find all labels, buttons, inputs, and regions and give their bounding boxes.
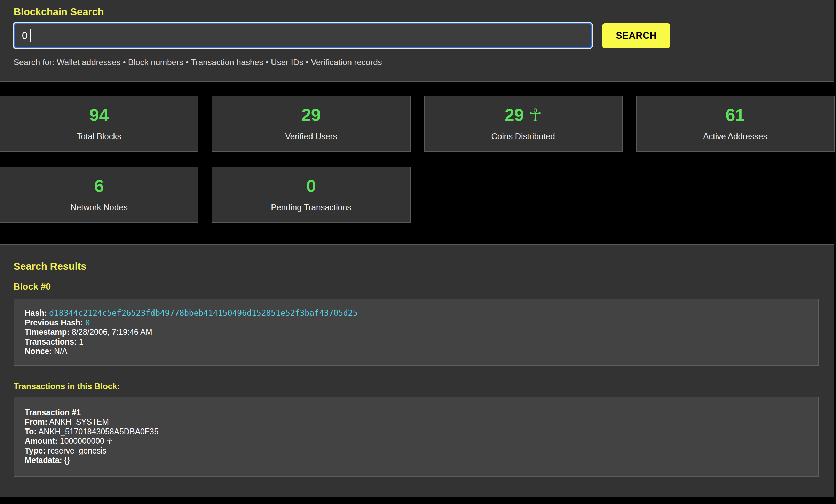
stat-value: 6 — [94, 178, 104, 195]
block-hash-row: Hash: d18344c2124c5ef26523fdb49778bbeb41… — [25, 308, 808, 318]
tx-count-value: 1 — [79, 337, 84, 346]
stats-grid: 94 Total Blocks 29 Verified Users 29 ☥ C… — [0, 96, 835, 223]
search-panel: Blockchain Search SEARCH Search for: Wal… — [0, 0, 834, 82]
block-prev-hash-row: Previous Hash: 0 — [25, 318, 808, 328]
timestamp-value: 8/28/2006, 7:19:46 AM — [72, 328, 152, 337]
transaction-type-row: Type: reserve_genesis — [25, 446, 808, 456]
stat-card-verified-users: 29 Verified Users — [212, 96, 410, 152]
timestamp-label: Timestamp: — [25, 328, 70, 337]
stat-label: Verified Users — [285, 132, 337, 141]
stat-label: Coins Distributed — [491, 132, 555, 141]
stat-card-pending-transactions: 0 Pending Transactions — [212, 167, 410, 223]
to-value: ANKH_51701843058A5DBA0F35 — [38, 427, 158, 436]
hash-value: d18344c2124c5ef26523fdb49778bbeb41415049… — [49, 308, 357, 317]
stat-card-coins-distributed: 29 ☥ Coins Distributed — [424, 96, 623, 152]
transaction-title: Transaction #1 — [25, 408, 808, 418]
transaction-from-row: From: ANKH_SYSTEM — [25, 417, 808, 427]
stat-label: Total Blocks — [77, 132, 121, 141]
stat-value: 29 — [301, 107, 321, 124]
hash-label: Hash: — [25, 308, 47, 317]
search-hint: Search for: Wallet addresses • Block num… — [14, 57, 820, 67]
amount-label: Amount: — [25, 436, 58, 446]
stat-card-network-nodes: 6 Network Nodes — [0, 167, 198, 223]
type-label: Type: — [25, 446, 46, 455]
page-title: Blockchain Search — [14, 6, 820, 18]
search-results-panel: Search Results Block #0 Hash: d18344c212… — [0, 244, 834, 497]
block-timestamp-row: Timestamp: 8/28/2006, 7:19:46 AM — [25, 328, 808, 337]
to-label: To: — [25, 427, 37, 436]
stat-value: 94 — [89, 107, 109, 124]
stat-label: Network Nodes — [71, 203, 128, 212]
search-button[interactable]: SEARCH — [602, 23, 670, 48]
transaction-to-row: To: ANKH_51701843058A5DBA0F35 — [25, 427, 808, 437]
nonce-value: N/A — [54, 347, 67, 356]
transaction-metadata-row: Metadata: {} — [25, 456, 808, 465]
metadata-value: {} — [64, 456, 70, 465]
tx-count-label: Transactions: — [25, 337, 77, 346]
from-label: From: — [25, 417, 47, 426]
stat-value-with-ankh-icon: 29 ☥ — [505, 107, 542, 124]
block-tx-count-row: Transactions: 1 — [25, 337, 808, 347]
search-input[interactable] — [14, 23, 592, 48]
transaction-amount-row: Amount: 1000000000 ☥ — [25, 436, 808, 446]
transaction-details-box: Transaction #1 From: ANKH_SYSTEM To: ANK… — [14, 397, 819, 477]
results-title: Search Results — [14, 260, 819, 272]
block-title: Block #0 — [14, 281, 819, 292]
type-value: reserve_genesis — [48, 446, 107, 455]
transactions-heading: Transactions in this Block: — [14, 381, 819, 391]
prev-hash-value: 0 — [85, 318, 90, 327]
metadata-label: Metadata: — [25, 456, 62, 465]
stat-value: 61 — [726, 107, 745, 124]
from-value: ANKH_SYSTEM — [49, 417, 109, 426]
search-input-wrap — [14, 23, 592, 48]
search-row: SEARCH — [14, 23, 820, 48]
amount-value-with-ankh-icon: 1000000000 ☥ — [60, 436, 112, 446]
block-details-box: Hash: d18344c2124c5ef26523fdb49778bbeb41… — [14, 299, 819, 366]
nonce-label: Nonce: — [25, 347, 52, 356]
text-caret — [30, 29, 31, 42]
stat-card-active-addresses: 61 Active Addresses — [636, 96, 835, 152]
prev-hash-label: Previous Hash: — [25, 318, 83, 327]
block-nonce-row: Nonce: N/A — [25, 347, 808, 356]
stat-card-total-blocks: 94 Total Blocks — [0, 96, 198, 152]
stat-value: 0 — [306, 178, 316, 195]
stat-label: Pending Transactions — [271, 203, 351, 212]
stat-label: Active Addresses — [703, 132, 767, 141]
